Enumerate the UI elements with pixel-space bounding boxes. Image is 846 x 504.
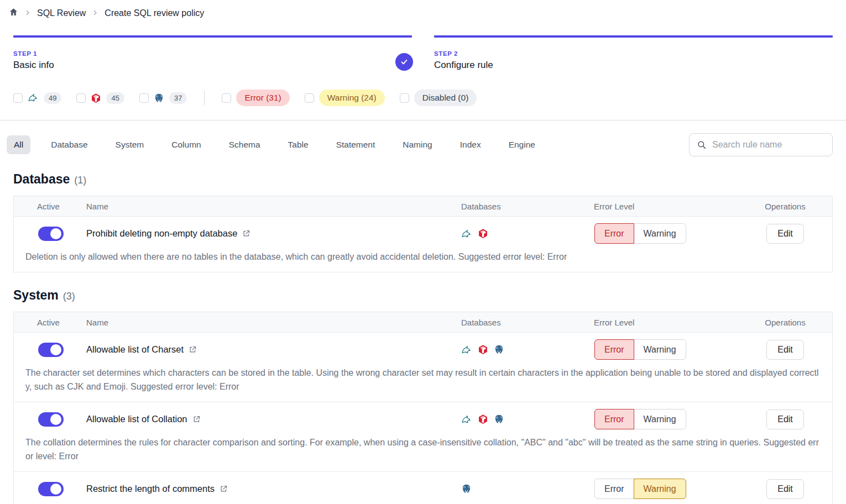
edit-button[interactable]: Edit bbox=[766, 410, 804, 429]
rule-description: Deletion is only allowed when there are … bbox=[14, 249, 832, 272]
engine-filter[interactable]: 49 bbox=[13, 92, 61, 104]
step-2: STEP 2 Configure rule bbox=[434, 35, 833, 71]
breadcrumb-sql-review[interactable]: SQL Review bbox=[37, 8, 86, 18]
warning-level-button[interactable]: Warning bbox=[634, 339, 686, 360]
tab-index[interactable]: Index bbox=[453, 135, 488, 154]
level-checkbox[interactable] bbox=[400, 93, 409, 103]
search-rule-input[interactable] bbox=[689, 133, 833, 156]
tab-schema[interactable]: Schema bbox=[222, 135, 268, 154]
column-header-operations: Operations bbox=[738, 318, 832, 327]
error-level-button[interactable]: Error bbox=[594, 223, 634, 244]
rule-description: The character set determines which chara… bbox=[14, 365, 832, 402]
error-level-button[interactable]: Error bbox=[594, 339, 634, 360]
engine-filter[interactable]: 37 bbox=[139, 92, 187, 104]
rule-operations-cell: Edit bbox=[738, 224, 832, 244]
level-filter[interactable]: Disabled (0) bbox=[400, 90, 477, 106]
rule-name: Prohibit deleting non-empty database bbox=[86, 228, 237, 239]
tab-column[interactable]: Column bbox=[164, 135, 208, 154]
chevron-right-icon bbox=[92, 8, 98, 18]
engine-count-badge: 49 bbox=[44, 92, 61, 104]
tab-all[interactable]: All bbox=[7, 135, 30, 154]
engine-filter[interactable]: 45 bbox=[76, 92, 124, 104]
toggle-knob bbox=[50, 414, 61, 425]
rule-databases-cell bbox=[450, 344, 582, 355]
tidb-icon bbox=[478, 414, 488, 424]
tab-naming[interactable]: Naming bbox=[395, 135, 439, 154]
rule-section: System (3) Active Name Databases Error L… bbox=[13, 288, 833, 504]
rule-operations-cell: Edit bbox=[738, 410, 832, 429]
edit-button[interactable]: Edit bbox=[766, 340, 804, 360]
tab-and-search-row: AllDatabaseSystemColumnSchemaTableStatem… bbox=[13, 133, 833, 156]
edit-button[interactable]: Edit bbox=[766, 479, 804, 499]
external-link-icon[interactable] bbox=[242, 229, 250, 238]
column-header-name: Name bbox=[86, 318, 450, 327]
mysql-icon bbox=[461, 344, 472, 355]
external-link-icon[interactable] bbox=[189, 345, 197, 354]
step-complete-check-icon bbox=[395, 53, 413, 71]
tab-engine[interactable]: Engine bbox=[502, 135, 542, 154]
step-1-bar bbox=[13, 35, 412, 38]
warning-level-button[interactable]: Warning bbox=[634, 409, 686, 429]
rule-active-toggle[interactable] bbox=[38, 343, 64, 357]
level-pill: Warning (24) bbox=[319, 90, 385, 106]
tab-table[interactable]: Table bbox=[281, 135, 316, 154]
step-2-label: STEP 2 bbox=[434, 50, 833, 57]
section-divider bbox=[0, 120, 846, 120]
section-heading: System (3) bbox=[13, 288, 833, 303]
level-filter[interactable]: Warning (24) bbox=[305, 90, 385, 106]
rule-row: Allowable list of Charset Error Warning … bbox=[14, 333, 832, 365]
error-level-button[interactable]: Error bbox=[594, 479, 634, 499]
rule-databases-cell bbox=[450, 414, 582, 425]
tab-database[interactable]: Database bbox=[44, 135, 95, 154]
level-filter[interactable]: Error (31) bbox=[222, 90, 289, 106]
warning-level-button[interactable]: Warning bbox=[634, 479, 686, 499]
column-header-databases: Databases bbox=[450, 318, 582, 327]
rule-row-group: Allowable list of Collation Error Warnin… bbox=[14, 402, 832, 472]
level-checkbox[interactable] bbox=[305, 93, 314, 103]
chevron-right-icon bbox=[24, 8, 31, 18]
external-link-icon[interactable] bbox=[220, 485, 228, 493]
filter-bar: 49 45 37 Error (31) Warning (24) Disable… bbox=[13, 90, 833, 106]
rule-row: Restrict the length of comments Error Wa… bbox=[14, 472, 832, 504]
engine-checkbox[interactable] bbox=[13, 93, 23, 103]
rule-row-group: Restrict the length of comments Error Wa… bbox=[14, 472, 832, 504]
section-count: (1) bbox=[74, 175, 86, 186]
external-link-icon[interactable] bbox=[192, 415, 201, 423]
rule-description: The collation determines the rules for c… bbox=[14, 435, 832, 471]
level-checkbox[interactable] bbox=[222, 93, 231, 103]
section-count: (3) bbox=[63, 291, 75, 302]
column-header-active: Active bbox=[14, 202, 86, 211]
rule-section: Database (1) Active Name Databases Error… bbox=[13, 172, 833, 272]
edit-button[interactable]: Edit bbox=[766, 224, 804, 244]
rule-error-level-cell: Error Warning bbox=[582, 479, 738, 499]
rule-name-cell: Prohibit deleting non-empty database bbox=[86, 228, 450, 239]
rule-row-group: Allowable list of Charset Error Warning … bbox=[14, 333, 832, 402]
toggle-knob bbox=[50, 484, 61, 495]
step-2-bar bbox=[434, 35, 833, 38]
rule-sections: Database (1) Active Name Databases Error… bbox=[13, 172, 833, 504]
rule-active-toggle[interactable] bbox=[38, 412, 64, 427]
table-header-row: Active Name Databases Error Level Operat… bbox=[14, 312, 832, 333]
filter-divider bbox=[204, 91, 205, 106]
search-box bbox=[689, 133, 833, 156]
rule-error-level-cell: Error Warning bbox=[582, 223, 738, 244]
rule-name: Allowable list of Collation bbox=[86, 414, 187, 424]
rule-active-toggle[interactable] bbox=[38, 482, 64, 496]
tab-system[interactable]: System bbox=[108, 135, 152, 154]
rule-name-cell: Allowable list of Collation bbox=[86, 414, 450, 424]
engine-checkbox[interactable] bbox=[139, 93, 149, 103]
engine-count-badge: 45 bbox=[106, 92, 124, 104]
engine-checkbox[interactable] bbox=[76, 93, 86, 103]
rule-name-cell: Allowable list of Charset bbox=[86, 344, 450, 355]
rule-table: Active Name Databases Error Level Operat… bbox=[13, 312, 833, 504]
error-level-button[interactable]: Error bbox=[594, 409, 634, 429]
rule-active-toggle[interactable] bbox=[38, 227, 64, 241]
toggle-knob bbox=[50, 344, 61, 355]
mysql-icon bbox=[461, 228, 472, 239]
tab-statement[interactable]: Statement bbox=[329, 135, 383, 154]
warning-level-button[interactable]: Warning bbox=[634, 223, 686, 244]
section-title: System bbox=[13, 288, 59, 303]
section-heading: Database (1) bbox=[13, 172, 833, 187]
step-1-label: STEP 1 bbox=[13, 50, 412, 57]
home-icon[interactable] bbox=[9, 7, 18, 19]
